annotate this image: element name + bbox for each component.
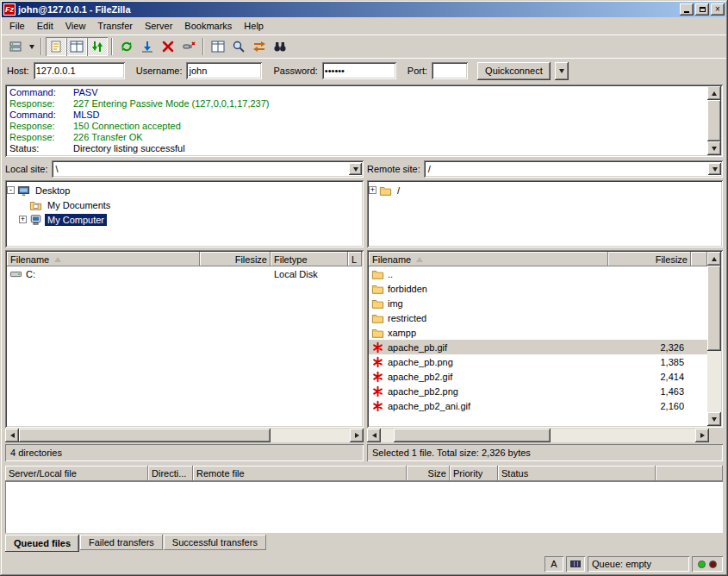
combo-dropdown-button[interactable]	[708, 163, 721, 175]
remote-site-combobox[interactable]: /	[424, 160, 723, 178]
scroll-right-button[interactable]	[695, 429, 709, 442]
remote-list-body[interactable]: .. forbidden img restricted	[369, 266, 707, 426]
remote-file-list[interactable]: Filename Filesize .. forbidden	[367, 250, 723, 428]
tree-item-my-documents[interactable]: My Documents	[7, 197, 362, 212]
tree-item-my-computer[interactable]: + My Computer	[7, 212, 362, 227]
column-last-modified[interactable]: L	[348, 252, 362, 266]
refresh-button[interactable]	[116, 37, 137, 56]
scrollbar-track[interactable]	[707, 266, 721, 412]
scroll-down-button[interactable]	[707, 412, 721, 426]
site-manager-button[interactable]	[5, 37, 26, 56]
file-row[interactable]: xampp	[369, 325, 707, 340]
file-row[interactable]: apache_pb2.png 1,463	[369, 384, 707, 398]
scrollbar-thumb[interactable]	[394, 429, 551, 442]
column-priority[interactable]: Priority	[450, 466, 498, 481]
local-site-combobox[interactable]: \	[52, 160, 364, 178]
filename-search-button[interactable]	[228, 37, 249, 56]
folder-icon	[379, 185, 392, 197]
file-row[interactable]: C: Local Disk	[7, 266, 362, 281]
log-vertical-scrollbar[interactable]	[707, 86, 721, 155]
file-row[interactable]: restricted	[369, 310, 707, 325]
file-row[interactable]: ..	[369, 266, 707, 281]
tab-failed-transfers[interactable]: Failed transfers	[80, 535, 163, 550]
toggle-tree-views-button[interactable]	[66, 37, 87, 56]
scroll-up-button[interactable]	[707, 86, 721, 100]
column-filetype[interactable]: Filetype	[271, 252, 348, 266]
log-line: Command:MLSD	[9, 110, 705, 121]
scrollbar-thumb[interactable]	[707, 100, 721, 141]
combo-dropdown-button[interactable]	[349, 163, 362, 175]
process-queue-button[interactable]	[137, 37, 158, 56]
menu-file[interactable]: File	[3, 18, 31, 34]
file-row-selected[interactable]: apache_pb.gif 2,326	[369, 340, 707, 354]
remote-vertical-scrollbar[interactable]	[707, 252, 721, 426]
column-filesize[interactable]: Filesize	[608, 252, 691, 266]
queue-body[interactable]	[5, 481, 723, 533]
port-input[interactable]	[432, 62, 468, 79]
scrollbar-track[interactable]	[19, 429, 350, 442]
expand-icon[interactable]: +	[369, 186, 376, 194]
scrollbar-track[interactable]	[381, 429, 695, 442]
menu-bookmarks[interactable]: Bookmarks	[178, 18, 238, 34]
quickconnect-button[interactable]: Quickconnect	[477, 62, 551, 80]
menu-transfer[interactable]: Transfer	[91, 18, 139, 34]
menu-view[interactable]: View	[59, 18, 92, 34]
quickconnect-dropdown[interactable]	[555, 62, 569, 80]
scroll-right-button[interactable]	[350, 429, 364, 442]
column-size[interactable]: Size	[407, 466, 450, 481]
minimize-button[interactable]	[680, 3, 694, 16]
file-row[interactable]: apache_pb2.gif 2,414	[369, 369, 707, 384]
disconnect-button[interactable]	[178, 37, 199, 56]
transfer-queue-icon	[90, 40, 104, 53]
remote-horizontal-scrollbar[interactable]	[367, 429, 709, 442]
menu-help[interactable]: Help	[238, 18, 270, 34]
cancel-operation-button[interactable]	[158, 37, 178, 56]
scroll-left-button[interactable]	[5, 429, 19, 442]
file-row[interactable]: apache_pb.png 1,385	[369, 354, 707, 369]
toggle-message-log-button[interactable]	[46, 37, 66, 56]
synchronized-browsing-button[interactable]	[249, 37, 270, 56]
column-direction[interactable]: Directi...	[148, 466, 193, 481]
local-horizontal-scrollbar[interactable]	[5, 429, 364, 442]
remote-status-bar: Selected 1 file. Total size: 2,326 bytes	[367, 444, 723, 461]
tree-item-desktop[interactable]: - Desktop	[7, 183, 362, 197]
file-row[interactable]: forbidden	[369, 281, 707, 296]
site-manager-dropdown[interactable]	[26, 37, 37, 56]
column-filename[interactable]: Filename	[369, 252, 608, 266]
message-log: Command:PASV Response:227 Entering Passi…	[5, 85, 723, 157]
host-input[interactable]	[34, 62, 125, 79]
local-directory-tree[interactable]: - Desktop My Documents + My Computer	[5, 180, 364, 247]
column-status[interactable]: Status	[498, 466, 656, 481]
scrollbar-thumb[interactable]	[19, 429, 271, 442]
tab-successful-transfers[interactable]: Successful transfers	[164, 535, 266, 550]
scrollbar-thumb[interactable]	[707, 266, 721, 351]
scroll-left-button[interactable]	[367, 429, 381, 442]
tree-item-root[interactable]: + /	[369, 183, 721, 197]
toggle-transfer-queue-button[interactable]	[87, 37, 108, 56]
username-input[interactable]	[186, 62, 262, 79]
column-filesize[interactable]: Filesize	[200, 252, 271, 266]
local-list-body[interactable]: C: Local Disk	[7, 266, 362, 426]
scroll-down-button[interactable]	[707, 141, 721, 155]
message-log-icon	[49, 40, 63, 53]
find-files-button[interactable]	[270, 37, 290, 56]
scroll-up-button[interactable]	[707, 252, 721, 266]
password-input[interactable]	[322, 62, 396, 79]
maximize-button[interactable]	[695, 3, 709, 16]
menu-server[interactable]: Server	[139, 18, 178, 34]
scrollbar-track[interactable]	[707, 100, 721, 141]
collapse-icon[interactable]: -	[7, 186, 15, 194]
remote-directory-tree[interactable]: + /	[367, 180, 723, 247]
close-button[interactable]: ×	[711, 3, 725, 16]
menu-edit[interactable]: Edit	[31, 18, 59, 34]
file-row[interactable]: img	[369, 296, 707, 310]
log-line: Response:226 Transfer OK	[9, 132, 705, 143]
expand-icon[interactable]: +	[19, 216, 27, 223]
local-file-list[interactable]: Filename Filesize Filetype L C: Local Di…	[5, 250, 364, 428]
column-remote-file[interactable]: Remote file	[193, 466, 407, 481]
column-server-local-file[interactable]: Server/Local file	[5, 466, 148, 481]
file-row[interactable]: apache_pb2_ani.gif 2,160	[369, 398, 707, 413]
column-filename[interactable]: Filename	[7, 252, 200, 266]
tab-queued-files[interactable]: Queued files	[5, 535, 79, 552]
directory-comparison-button[interactable]	[208, 37, 228, 56]
